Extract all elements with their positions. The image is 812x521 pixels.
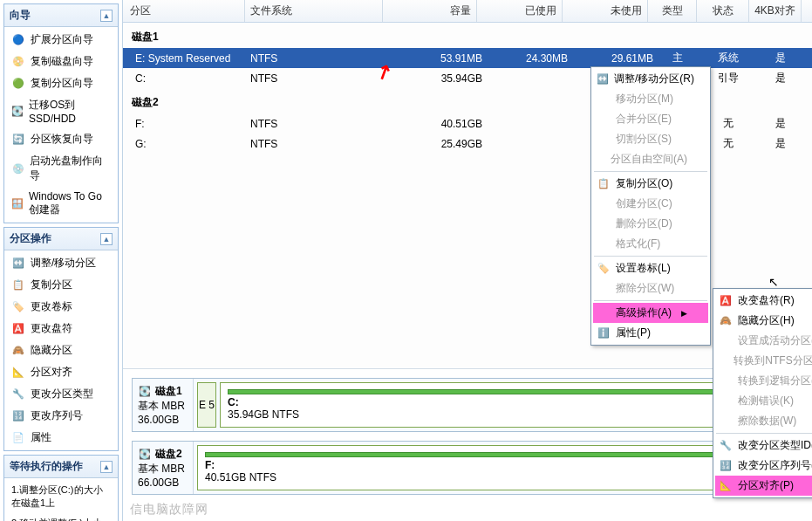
item-label: 更改盘符 [31, 321, 72, 336]
menu-item-icon [719, 374, 733, 388]
item-label: 扩展分区向导 [31, 32, 93, 47]
menu-item-label: 改变分区类型ID(T) [738, 438, 812, 453]
cell-fs: NTFS [250, 72, 388, 85]
disk2-sub: 基本 MBR [138, 462, 188, 476]
menu-item-icon [719, 334, 733, 348]
ops-item[interactable]: 🔢更改序列号 [4, 405, 118, 427]
chevron-up-icon[interactable]: ▲ [100, 10, 113, 22]
col-capacity[interactable]: 容量 [383, 0, 477, 22]
wizard-item[interactable]: 🪟Windows To Go创建器 [4, 187, 118, 221]
wizard-item[interactable]: 📀复制磁盘向导 [4, 51, 118, 72]
menu-item-label: 转换到NTFS分区(O) [734, 353, 812, 368]
menu-item[interactable]: 🙈隐藏分区(H) [715, 311, 812, 331]
context-submenu: 🅰️改变盘符(R)🙈隐藏分区(H)设置成活动分区(S)转换到NTFS分区(O)转… [713, 288, 812, 498]
menu-item-icon [597, 153, 605, 167]
menu-item-label: 属性(P) [616, 326, 651, 340]
ops-item[interactable]: 🅰️更改盘符 [4, 318, 118, 339]
menu-item-icon [597, 113, 611, 127]
item-icon: 🪟 [11, 197, 24, 211]
cell-used: 24.30MB [482, 52, 568, 65]
menu-item[interactable]: 🅰️改变盘符(R) [715, 291, 812, 311]
disk1-sub: 基本 MBR [138, 399, 188, 414]
menu-item[interactable]: ℹ️属性(P) [593, 323, 708, 343]
menu-item[interactable]: 📐分区对齐(P) [715, 476, 812, 496]
ops-item[interactable]: 🔧更改分区类型 [4, 383, 118, 405]
menu-separator [716, 433, 812, 434]
chevron-up-icon[interactable]: ▲ [100, 233, 113, 245]
col-align[interactable]: 4KB对齐 [749, 0, 802, 22]
menu-item-label: 转换到逻辑分区(N) [738, 374, 812, 388]
cell-align: 是 [754, 51, 807, 65]
col-status[interactable]: 状态 [697, 0, 749, 22]
item-label: 启动光盘制作向导 [30, 154, 111, 183]
menu-item[interactable]: 高级操作(A)▶ [593, 303, 708, 323]
menu-item-icon: 🔧 [719, 439, 733, 453]
menu-item-label: 擦除数据(W) [738, 414, 796, 428]
menu-item-label: 隐藏分区(H) [738, 313, 795, 328]
item-icon: 💽 [11, 105, 24, 119]
col-filesystem[interactable]: 文件系统 [245, 0, 383, 22]
item-label: 复制分区向导 [31, 76, 93, 91]
ops-item[interactable]: 📐分区对齐 [4, 361, 118, 383]
ops-item[interactable]: 🏷️更改卷标 [4, 296, 118, 318]
wizard-item[interactable]: 🔄分区恢复向导 [4, 128, 118, 150]
usage-bar [228, 389, 791, 394]
menu-item[interactable]: 🔧改变分区类型ID(T) [715, 435, 812, 456]
cell-cap: 25.49GB [388, 138, 482, 150]
wizard-item[interactable]: 💽迁移OS到SSD/HDD [4, 94, 118, 128]
ops-panel-header[interactable]: 分区操作 ▲ [4, 228, 118, 250]
disk1-segment-e[interactable]: E 5 [197, 382, 216, 428]
menu-item-icon [597, 197, 611, 211]
disk2-size: 66.00GB [138, 476, 188, 489]
sidebar: 向导 ▲ 🔵扩展分区向导📀复制磁盘向导🟢复制分区向导💽迁移OS到SSD/HDD🔄… [0, 0, 123, 521]
cell-type: 主 [653, 51, 702, 65]
wizard-panel-header[interactable]: 向导 ▲ [4, 4, 118, 27]
wizard-item[interactable]: 🟢复制分区向导 [4, 72, 118, 94]
submenu-arrow-icon: ▶ [681, 309, 687, 318]
menu-item[interactable]: ↔️调整/移动分区(R) [593, 69, 708, 89]
menu-item-label: 擦除分区(W) [616, 281, 674, 296]
ops-item[interactable]: 📋复制分区 [4, 274, 118, 296]
chevron-up-icon[interactable]: ▲ [100, 461, 113, 473]
ops-item[interactable]: 📄属性 [4, 427, 118, 449]
ops-title: 分区操作 [10, 231, 51, 246]
col-used[interactable]: 已使用 [477, 0, 563, 22]
menu-item-icon: 📐 [719, 479, 733, 493]
cell-align: 是 [754, 136, 807, 151]
item-icon: 🙈 [11, 344, 25, 358]
disk1-bar[interactable]: 💽磁盘1 基本 MBR 36.00GB E 5 C: 35.94GB NTFS [132, 378, 803, 432]
wizard-item[interactable]: 💿启动光盘制作向导 [4, 150, 118, 187]
item-icon: 📀 [11, 55, 25, 69]
watermark-text: 信电脑故障网 [130, 502, 208, 518]
pending-panel-header[interactable]: 等待执行的操作 ▲ [4, 456, 118, 478]
pending-panel: 等待执行的操作 ▲ 1.调整分区(C:)的大小在磁盘1上2.移动并调整(E:)大… [3, 455, 119, 521]
col-free[interactable]: 未使用 [563, 0, 648, 22]
cell-align: 是 [754, 71, 807, 86]
wizard-item[interactable]: 🔵扩展分区向导 [4, 29, 118, 51]
item-label: 属性 [31, 430, 51, 445]
menu-item-label: 复制分区(O) [616, 176, 672, 191]
menu-item[interactable]: 📋复制分区(O) [593, 174, 708, 194]
col-partition[interactable]: 分区 [123, 0, 245, 22]
menu-item: 擦除数据(W) [715, 411, 812, 431]
menu-item-label: 检测错误(K) [738, 394, 794, 408]
disk2-segment-f[interactable]: F: 40.51GB NTFS [197, 445, 799, 490]
ops-item[interactable]: 🙈隐藏分区 [4, 339, 118, 361]
wizard-title: 向导 [10, 8, 31, 23]
menu-item-label: 改变分区序列号(M) [738, 458, 812, 473]
menu-item-label: 改变盘符(R) [738, 293, 795, 308]
disk-icon: 💽 [138, 448, 152, 462]
menu-item[interactable]: 🔢改变分区序列号(M) [715, 456, 812, 476]
menu-item-label: 分区自由空间(A) [611, 152, 687, 167]
disk2-bar[interactable]: 💽磁盘2 基本 MBR 66.00GB F: 40.51GB NTFS [132, 441, 803, 495]
item-icon: ↔️ [11, 257, 25, 271]
menu-item-label: 高级操作(A) [616, 305, 672, 320]
col-type[interactable]: 类型 [648, 0, 697, 22]
disk1-info: 💽磁盘1 基本 MBR 36.00GB [133, 379, 194, 431]
context-menu: ↔️调整/移动分区(R)移动分区(M)合并分区(E)切割分区(S)分区自由空间(… [590, 66, 711, 346]
menu-item[interactable]: 🏷️设置卷标(L) [593, 258, 708, 278]
ops-item[interactable]: ↔️调整/移动分区 [4, 252, 118, 274]
menu-item-label: 分区对齐(P) [738, 478, 794, 493]
menu-item-label: 调整/移动分区(R) [614, 72, 694, 86]
partition-row[interactable]: E: System Reserved NTFS 53.91MB 24.30MB … [123, 48, 812, 68]
